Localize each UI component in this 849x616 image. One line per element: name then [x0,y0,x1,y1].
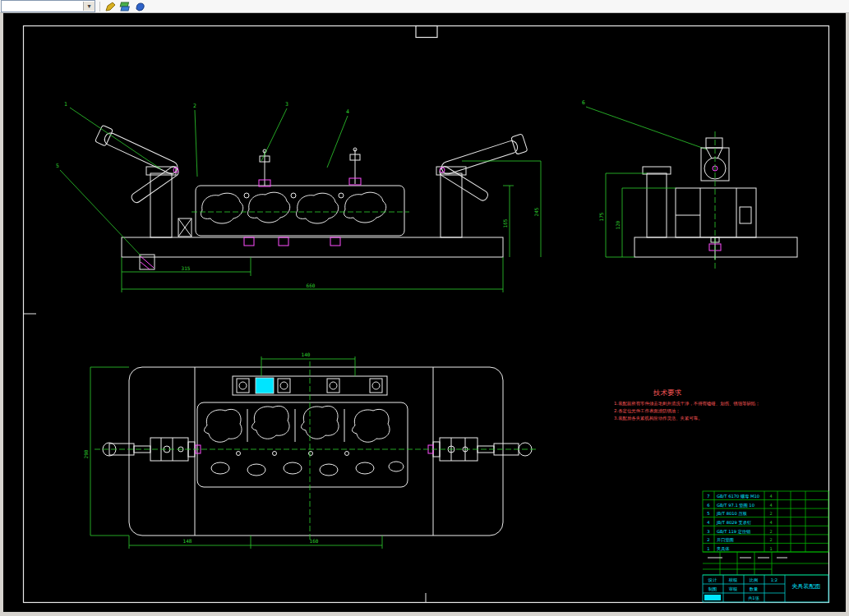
titleblock-field: 设计 [708,577,717,582]
pencil-icon[interactable] [104,1,117,12]
balloon-label: 5 [56,163,59,169]
chevron-down-icon[interactable]: ▾ [83,2,95,11]
technical-notes: 技术要求 1.装配前所有零件须去毛刺并清洗干净，不得有磕碰、划伤、锈蚀等缺陷； … [614,388,760,421]
bom-row-seq: 1 [707,546,709,551]
bom-row-name: JB/T 8010 压板 [716,511,747,517]
bom-row-seq: 4 [707,520,710,525]
title-block: 设计 校核 制图 审核 比例 1:2 数量 共1张 夹具装配图 [703,575,828,602]
side-view [634,131,797,271]
plan-view [95,361,538,542]
layers-icon[interactable] [119,1,132,12]
dim-label: 165 [502,218,508,228]
bom-row-seq: 6 [707,503,709,508]
dim-label: 120 [615,220,621,229]
side-view-dimensions: 175 120 [598,173,676,257]
dim-label: 660 [307,283,316,288]
bom-row-qty: 4 [769,520,772,525]
bom-row-seq: 5 [707,511,709,516]
titleblock-field: 审核 [729,586,738,591]
bom-row-name: 开口垫圈 [717,537,734,543]
notes-title: 技术要求 [653,388,682,397]
balloon-label: 3 [285,101,288,108]
bom-row-name: GB/T 119 定位销 [717,529,750,535]
dim-label: 298 [83,449,89,458]
titleblock-field: 比例 [750,577,758,583]
note-line: 2.各定位元件工作表面涂防锈油； [614,408,681,414]
titleblock-value: 1:2 [771,577,777,582]
bom-row-qty: 2 [769,537,772,542]
bom-row-seq: 2 [707,537,709,542]
drawing-title: 夹具装配图 [792,583,821,590]
revision-strip [703,552,828,575]
bom-row-name: 夹具体 [717,546,730,551]
note-line: 1.装配前所有零件须去毛刺并清洗干净，不得有磕碰、划伤、锈蚀等缺陷； [614,401,760,407]
titleblock-field: 数量 [750,586,758,591]
bom-row-seq: 3 [707,529,709,534]
titleblock-field: 共1张 [748,595,759,601]
layer-combo[interactable]: ▾ [1,0,95,12]
balloon-label: 6 [582,99,585,106]
dim-label: 160 [310,538,319,544]
front-view [95,125,528,269]
balloon-label: 2 [193,103,196,109]
balloon-leaders: 1 2 3 4 5 6 [56,99,707,256]
dim-label: 175 [598,212,604,221]
bom-row-qty: 2 [769,511,772,516]
bom-row-qty: 2 [769,529,772,534]
dim-label: 140 [302,352,311,357]
dim-label: 245 [533,207,539,216]
titleblock-highlight [704,595,721,600]
balloon-label: 4 [346,108,349,115]
bom-row-qty: 1 [769,546,772,551]
dim-label: 148 [183,538,192,544]
titleblock-field: 校核 [728,577,738,582]
bom-row-seq: 7 [707,494,709,499]
model-space: 315 660 165 245 1 2 3 4 5 6 [3,13,846,612]
dim-label: 315 [182,265,191,271]
highlight-block [256,378,274,393]
balloon-label: 1 [64,101,67,108]
toolbar: ▾ [0,0,849,13]
bom-row-qty: 4 [769,494,772,499]
drawing-canvas[interactable]: 315 660 165 245 1 2 3 4 5 6 [3,13,846,612]
toolbar-separator [99,2,100,11]
titleblock-field: 制图 [708,586,717,591]
bom-table: 7 GB/T 6170 螺母 M10 4 6 GB/T 97.1 垫圈 10 4… [703,491,828,552]
bom-row-qty: 4 [769,503,772,508]
bom-row-name: GB/T 97.1 垫圈 10 [717,503,754,508]
note-line: 3.装配后各夹紧机构应动作灵活、夹紧可靠。 [614,416,703,421]
bom-row-name: JB/T 8029 支承钉 [716,520,751,526]
bom-row-name: GB/T 6170 螺母 M10 [717,494,759,499]
palette-icon[interactable] [134,1,146,12]
